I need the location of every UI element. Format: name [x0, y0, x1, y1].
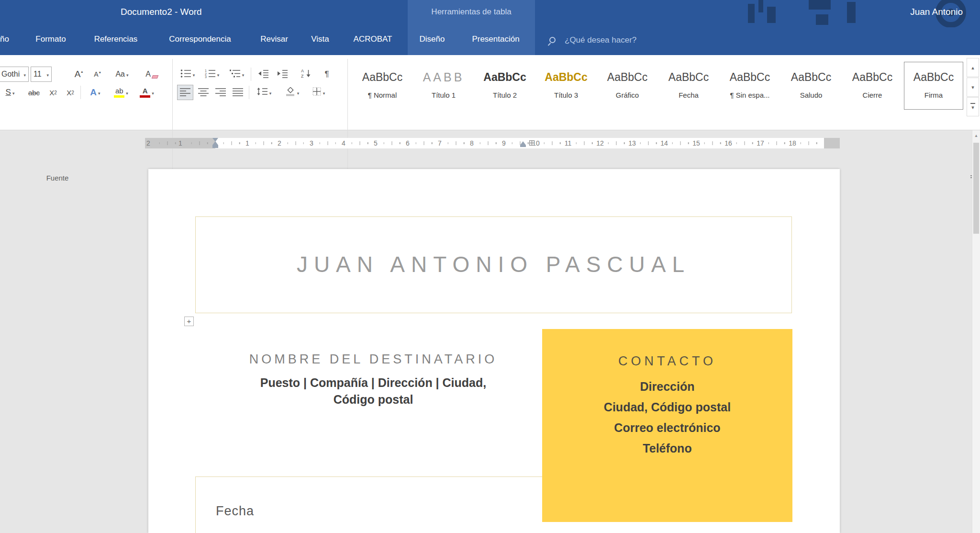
superscript-button[interactable]: X2 — [62, 85, 78, 100]
chevron-down-icon[interactable] — [97, 88, 100, 97]
chevron-down-icon[interactable] — [191, 70, 195, 79]
style-grafico[interactable]: AaBbCc Gráfico — [598, 62, 657, 110]
tell-me-search-input[interactable]: ¿Qué desea hacer? — [565, 35, 636, 45]
numbering-button[interactable]: 1 2 3 — [201, 67, 223, 82]
ruler-number: 3 — [308, 138, 315, 148]
document-page[interactable]: JUAN ANTONIO PASCUAL NOMBRE DEL DESTINAT… — [148, 169, 840, 533]
align-right-button[interactable] — [212, 85, 229, 100]
style-sin-espaciado[interactable]: AaBbCc ¶ Sin espa... — [720, 62, 780, 110]
chevron-down-icon[interactable] — [11, 88, 15, 97]
line-spacing-button[interactable] — [253, 85, 276, 100]
contact-line[interactable]: Correo electrónico — [542, 418, 792, 438]
style-titulo-2[interactable]: AaBbCc Título 2 — [475, 62, 535, 110]
recipient-line[interactable]: Código postal — [175, 391, 572, 408]
ruler-number: 14 — [659, 138, 669, 148]
chevron-down-icon[interactable] — [241, 70, 245, 79]
ruler-number: 16 — [723, 138, 734, 148]
borders-button[interactable] — [307, 85, 330, 100]
user-account-name[interactable]: Juan Antonio — [910, 7, 963, 17]
pilcrow-icon: ¶ — [324, 69, 329, 79]
grow-font-button[interactable]: A — [70, 67, 87, 82]
contact-line[interactable]: Ciudad, Código postal — [542, 397, 792, 418]
tab-diseno-pagina-partial[interactable]: ño — [0, 34, 9, 44]
scroll-up-icon[interactable] — [972, 133, 980, 138]
style-titulo-1[interactable]: AABB Título 1 — [414, 62, 473, 110]
style-name: Título 1 — [414, 91, 473, 99]
svg-text:3: 3 — [205, 75, 207, 78]
ruler-number: 18 — [787, 138, 798, 148]
contact-heading[interactable]: CONTACTO — [542, 354, 792, 369]
style-titulo-3[interactable]: AaBbCc Título 3 — [536, 62, 596, 110]
hanging-indent-marker[interactable] — [212, 141, 218, 145]
style-firma-selected[interactable]: AaBbCc Firma — [904, 62, 963, 110]
chevron-down-icon[interactable] — [268, 88, 272, 97]
tab-referencias[interactable]: Referencias — [94, 34, 138, 44]
styles-gallery-scroll-up-button[interactable] — [967, 58, 979, 77]
style-normal[interactable]: AaBbCc ¶ Normal — [353, 62, 412, 110]
shading-button[interactable] — [280, 85, 303, 100]
tab-presentacion[interactable]: Presentación — [472, 34, 519, 44]
style-fecha[interactable]: AaBbCc Fecha — [659, 62, 718, 110]
chevron-down-icon[interactable] — [296, 88, 300, 97]
tab-formato[interactable]: Formato — [35, 34, 66, 44]
styles-gallery-more-button[interactable] — [967, 97, 979, 116]
tab-acrobat[interactable]: ACROBAT — [354, 34, 392, 44]
recipient-line[interactable]: Puesto | Compañía | Dirección | Ciudad, — [175, 374, 572, 391]
multilevel-list-button[interactable] — [226, 67, 248, 82]
sort-button[interactable]: AZ — [297, 67, 316, 82]
font-size-combo[interactable]: 11 — [31, 67, 52, 82]
increase-indent-button[interactable] — [274, 67, 291, 82]
show-formatting-marks-button[interactable]: ¶ — [319, 67, 335, 82]
chevron-down-icon[interactable] — [124, 88, 128, 97]
highlight-color-button[interactable]: ab — [109, 85, 133, 100]
tab-diseno-tabla[interactable]: Diseño — [420, 34, 445, 44]
letter-name-box: JUAN ANTONIO PASCUAL — [195, 216, 792, 313]
left-indent-marker[interactable] — [212, 145, 218, 148]
table-column-marker[interactable] — [529, 140, 535, 146]
style-saludo[interactable]: AaBbCc Saludo — [781, 62, 841, 110]
table-move-handle-icon[interactable] — [184, 317, 194, 326]
clear-formatting-button[interactable]: A — [142, 67, 162, 82]
scrollbar-thumb[interactable] — [973, 143, 979, 234]
tab-vista[interactable]: Vista — [311, 34, 329, 44]
chevron-down-icon[interactable] — [322, 88, 325, 97]
chevron-down-icon[interactable] — [150, 88, 154, 97]
recipient-heading[interactable]: NOMBRE DEL DESTINATARIO — [175, 352, 572, 367]
borders-grid-icon — [312, 87, 322, 98]
contact-line[interactable]: Teléfono — [542, 438, 792, 459]
decrease-indent-button[interactable] — [255, 67, 272, 82]
right-indent-marker[interactable] — [520, 141, 526, 145]
styles-gallery-scroll-down-button[interactable] — [967, 78, 979, 97]
style-cierre[interactable]: AaBbCc Cierre — [843, 62, 902, 110]
style-sample: AaBbCc — [537, 64, 595, 88]
bullets-button[interactable] — [177, 67, 198, 82]
bullet-list-icon — [180, 69, 191, 80]
tab-correspondencia[interactable]: Correspondencia — [169, 34, 231, 44]
chevron-down-icon[interactable] — [22, 70, 26, 79]
letter-author-name[interactable]: JUAN ANTONIO PASCUAL — [196, 217, 791, 312]
text-effects-button[interactable]: A — [84, 85, 106, 100]
ruler-number: 15 — [691, 138, 702, 148]
ruler-number: 7 — [436, 138, 443, 148]
chevron-down-icon[interactable] — [45, 70, 49, 79]
contact-line[interactable]: Dirección — [542, 376, 792, 397]
tab-revisar[interactable]: Revisar — [260, 34, 288, 44]
underline-button[interactable]: S — [0, 85, 20, 100]
shrink-font-button[interactable]: A — [89, 67, 105, 82]
change-case-button[interactable]: Aa — [111, 67, 133, 82]
right-indent-marker-base[interactable] — [520, 145, 526, 147]
style-sample: AaBbCc — [598, 64, 657, 88]
vertical-scrollbar[interactable] — [972, 130, 980, 533]
ruler-number: 2 — [145, 138, 152, 148]
subscript-button[interactable]: X2 — [45, 85, 61, 100]
align-center-button[interactable] — [195, 85, 212, 100]
shrink-font-icon: A — [94, 70, 98, 78]
font-color-button[interactable]: A — [136, 85, 158, 100]
justify-button[interactable] — [230, 85, 246, 100]
font-name-combo[interactable]: Gothi — [0, 67, 29, 82]
align-left-button[interactable] — [177, 85, 193, 100]
strikethrough-button[interactable]: abc — [25, 85, 43, 100]
chevron-down-icon[interactable] — [216, 70, 220, 79]
date-label[interactable]: Fecha — [216, 504, 254, 519]
search-icon[interactable] — [549, 37, 556, 43]
